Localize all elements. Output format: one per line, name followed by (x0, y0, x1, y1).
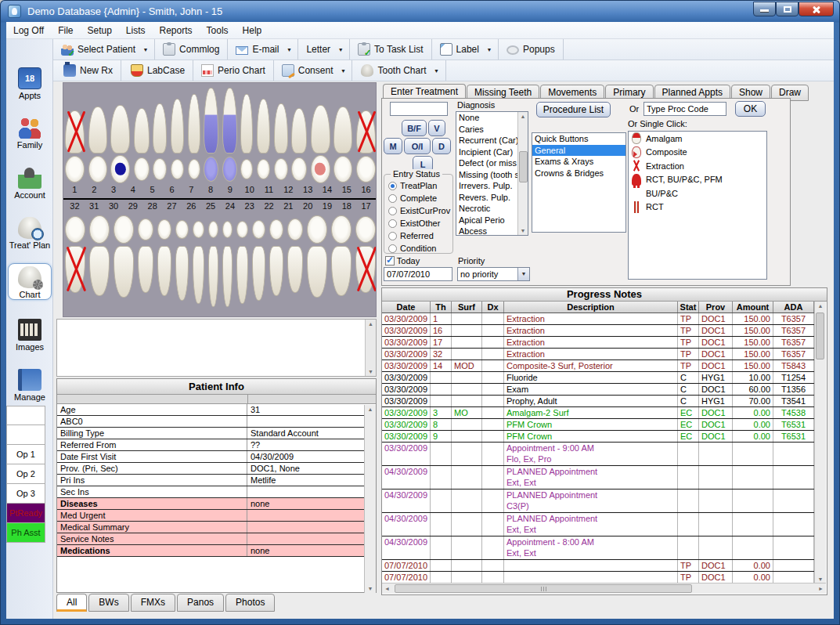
column-header-dx[interactable]: Dx (482, 302, 504, 312)
maximize-button[interactable] (776, 2, 799, 16)
quick-proc-rct[interactable]: RCT (629, 201, 766, 215)
tooth-20-facial[interactable] (287, 246, 303, 293)
tooth-number-input[interactable] (390, 102, 448, 116)
tooth-2-occlusal[interactable] (88, 156, 107, 182)
column-header-surf[interactable]: Surf (452, 302, 482, 312)
progress-note-row[interactable]: 03/30/20099PFM CrownECDOC10.00T6531 (382, 431, 814, 443)
progress-note-row[interactable]: 04/30/2009PLANNED Appointment Ext, Ext (382, 466, 814, 490)
tooth-24-occlusal[interactable] (222, 221, 233, 238)
sidebar-item-manage[interactable]: Manage (8, 367, 52, 402)
tooth-14-facial[interactable] (311, 105, 330, 154)
tooth-27-facial[interactable] (175, 246, 189, 301)
patient-info-row[interactable]: Service Notes (57, 533, 376, 545)
tooth-18-facial[interactable] (331, 246, 352, 296)
canvas-scrollbar[interactable]: ▲▼ (365, 320, 376, 376)
priority-dropdown-arrow-icon[interactable]: ▼ (517, 268, 529, 280)
menu-item-log-off[interactable]: Log Off (6, 23, 51, 38)
patient-info-row[interactable]: Pri InsMetlife (57, 475, 376, 486)
tooth-27-occlusal[interactable] (175, 220, 189, 239)
close-button[interactable] (799, 2, 834, 16)
quick-proc-rct-bu-p-c-pfm[interactable]: RCT, BU/P&C, PFM (629, 173, 766, 187)
tooth-11-occlusal[interactable] (257, 159, 270, 179)
quick-proc-bu-p-c[interactable]: BU/P&C (629, 186, 766, 201)
tooth-7-facial[interactable] (188, 94, 200, 154)
toolbar-button-label[interactable]: Label (435, 42, 484, 57)
sidebar-item-family[interactable]: Family (8, 114, 52, 150)
radio-button[interactable] (388, 219, 397, 228)
progress-note-row[interactable]: 03/30/200932ExtractionTPDOC1150.00T6357 (382, 349, 814, 360)
column-header-description[interactable]: Description (504, 302, 678, 312)
progress-note-row[interactable]: 07/07/2010TPDOC10.00 (382, 572, 814, 583)
tooth-13-facial[interactable] (291, 108, 307, 154)
category-item-exams-xrays[interactable]: Exams & Xrays (532, 156, 625, 168)
progress-note-row[interactable]: 07/07/2010TPDOC10.00 (382, 560, 814, 572)
tooth-19-occlusal[interactable] (307, 215, 327, 244)
radio-button[interactable] (388, 244, 397, 253)
toolbar-button-labcase[interactable]: LabCase (124, 63, 189, 78)
patient-info-row[interactable]: Med Urgent (57, 510, 376, 522)
operatory-cell-ptready[interactable]: PtReady (6, 504, 45, 523)
sidebar-item-treatplan[interactable]: Treat' Plan (8, 215, 52, 250)
tooth-15-facial[interactable] (333, 107, 352, 154)
tooth-10-facial[interactable] (240, 94, 253, 154)
toolbar-button-perio-chart[interactable]: Perio Chart (196, 63, 270, 78)
tooth-22-occlusal[interactable] (252, 220, 265, 239)
chart-notes-canvas[interactable]: ▲▼ (56, 319, 377, 377)
patient-info-row[interactable]: ABC0 (57, 416, 376, 428)
tooth-15-occlusal[interactable] (333, 156, 352, 182)
tooth-31-occlusal[interactable] (89, 215, 110, 244)
tooth-25-occlusal[interactable] (208, 221, 218, 238)
column-header-date[interactable]: Date (382, 302, 431, 312)
surface-m-button[interactable]: M (384, 138, 402, 154)
progress-note-row[interactable]: 04/30/2009Appointment - 8:00 AM Ext, Ext (382, 536, 814, 560)
tooth-21-facial[interactable] (269, 246, 283, 296)
surface-bf-button[interactable]: B/F (402, 120, 427, 136)
tooth-6-facial[interactable] (171, 99, 184, 154)
tooth-22-facial[interactable] (252, 246, 265, 301)
tooth-4-facial[interactable] (134, 108, 150, 154)
tooth-12-occlusal[interactable] (274, 158, 288, 180)
tooth-28-occlusal[interactable] (157, 219, 171, 240)
title-bar[interactable]: Demo Database {Admin} - Smith, John - 15 (0, 0, 840, 22)
progress-note-row[interactable]: 03/30/20098PFM CrownECDOC10.00T6531 (382, 419, 814, 431)
tooth-9-occlusal[interactable] (222, 157, 237, 182)
patient-info-row[interactable]: Diseasesnone (57, 498, 376, 510)
menu-item-setup[interactable]: Setup (80, 23, 118, 38)
menu-item-reports[interactable]: Reports (153, 23, 200, 38)
tooth-30-occlusal[interactable] (114, 215, 134, 244)
patient-info-row[interactable]: Sec Ins (57, 486, 376, 498)
progress-note-row[interactable]: 03/30/2009FluorideCHYG110.00T1254 (382, 372, 814, 384)
dropdown-arrow-icon[interactable]: ▼ (484, 45, 495, 54)
toolbar-button-letter[interactable]: Letter (301, 42, 335, 56)
toolbar-button-e-mail[interactable]: E-mail (231, 42, 283, 56)
column-header-ada-code[interactable]: ADA Code (773, 302, 814, 312)
tooth-21-occlusal[interactable] (269, 219, 283, 240)
toolbar-button-commlog[interactable]: Commlog (158, 42, 224, 57)
operatory-cell-empty[interactable] (6, 406, 45, 425)
tooth-14-occlusal[interactable] (311, 155, 330, 183)
progress-note-row[interactable]: 03/30/20093MOAmalgam-2 SurfECDOC10.00T45… (382, 407, 814, 419)
menu-item-tools[interactable]: Tools (200, 23, 236, 38)
toolbar-button-new-rx[interactable]: New Rx (56, 63, 117, 78)
tooth-20-occlusal[interactable] (287, 219, 303, 240)
patient-info-row[interactable]: Billing TypeStandard Account (57, 428, 376, 439)
tooth-11-facial[interactable] (257, 99, 270, 154)
progress-note-row[interactable]: 04/30/2009PLANNED Appointment Ext, Ext (382, 513, 814, 536)
tooth-16-occlusal[interactable] (356, 156, 376, 182)
progress-notes-hscrollbar[interactable]: ◄► (382, 583, 826, 594)
patient-info-row[interactable]: Medicationsnone (57, 545, 376, 557)
entry-status-option-complete[interactable]: Complete (384, 192, 452, 204)
radio-button[interactable] (388, 232, 397, 240)
quick-proc-extraction[interactable]: Extraction (629, 159, 766, 173)
procedure-date-input[interactable] (384, 267, 452, 281)
tooth-12-facial[interactable] (274, 103, 288, 154)
menu-item-file[interactable]: File (51, 23, 80, 38)
entry-status-option-treatplan[interactable]: TreatPlan (384, 179, 452, 192)
patient-info-row[interactable]: Date First Visit04/30/2009 (57, 451, 376, 463)
ok-button[interactable]: OK (735, 101, 766, 117)
priority-dropdown[interactable]: no priority ▼ (457, 267, 530, 281)
dropdown-arrow-icon[interactable]: ▼ (335, 45, 346, 54)
tooth-5-occlusal[interactable] (153, 158, 167, 180)
patient-info-scrollbar[interactable]: ▲▼ (364, 405, 376, 593)
progress-note-row[interactable]: 03/30/2009ExamCDOC160.00T1356 (382, 384, 814, 396)
